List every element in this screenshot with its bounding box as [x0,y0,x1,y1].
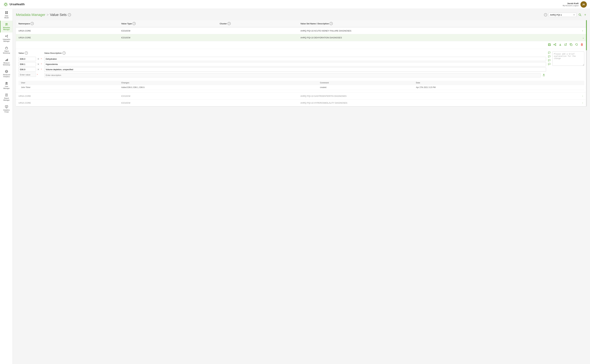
sidebar-item-advanced-analytics[interactable]: AdvancedAnalytics [0,68,13,80]
value-type-help[interactable]: ? [132,22,136,25]
search-button[interactable] [578,13,582,17]
svg-point-31 [579,14,581,15]
cell-chevron[interactable]: › [580,93,587,99]
history-table: User Changes Comment Date [19,81,584,90]
sidebar-label-metadata-manager: MetadataManager [3,27,10,31]
copy-toolbar-btn[interactable] [569,43,573,47]
sidebar-item-report-manager[interactable]: ReportManager [0,91,13,103]
col-value-set-name: Value Set Name / Description ? [298,20,580,27]
sidebar-item-metadata-manager[interactable]: MetadataManager [0,21,13,32]
sidebar: DataModel MetadataManager [0,9,13,364]
cell-chevron[interactable]: › [580,99,587,106]
cell-value-type-expanded: ICD10CM [119,34,217,41]
remove-row-3-btn[interactable]: ✕ [37,68,40,71]
new-value-input[interactable] [19,72,36,77]
cell-chevron-expanded[interactable]: ⌄ [580,34,587,41]
svg-line-39 [555,44,555,44]
sidebar-label-integration-manager: IntegrationManager [3,39,10,42]
svg-point-38 [555,45,556,46]
value-sets-table: Namespace ? Value Type ? [16,20,587,106]
svg-rect-44 [581,44,583,46]
add-button[interactable]: + [583,12,587,18]
object-workshop-icon [5,46,8,50]
value-set-name-help[interactable]: ? [329,22,333,25]
cell-namespace: URSA-CORE [16,93,119,99]
svg-rect-16 [6,60,7,61]
editor-content: Value ? Value Description [19,52,584,79]
desc-input-2[interactable] [44,62,546,66]
comment-icon-3[interactable] [548,59,551,62]
value-input-2[interactable] [19,62,36,66]
page-help-icon[interactable]: ? [68,13,71,16]
sidebar-label-report-manager: ReportManager [3,98,10,101]
table-row-expanded[interactable]: URSA-CORE ICD10CM AHRQ PQI-10 DEHYDRATIO… [16,34,587,41]
action-toolbar [16,41,587,49]
search-help-icon[interactable]: ? [544,13,547,16]
sidebar-item-integration-manager[interactable]: IntegrationManager [0,32,13,44]
desc-input-3[interactable] [44,67,546,72]
sidebar-label-analytics-portal: AnalyticsPortal [3,109,10,113]
sidebar-item-user-manager[interactable]: UserManager [0,80,13,91]
svg-rect-15 [5,60,6,61]
logout-link[interactable]: Logout [573,5,578,6]
svg-point-10 [7,35,8,36]
undo-toolbar-btn[interactable] [574,43,579,47]
remove-row-2-btn[interactable]: ✕ [37,62,40,66]
comment-section: Please add a brief explanation for the c… [548,52,584,79]
comment-icons [548,52,551,66]
upload-btn[interactable] [542,72,546,78]
comment-icon-4[interactable] [548,63,551,66]
sidebar-item-data-model[interactable]: DataModel [0,9,13,21]
desc-input-1[interactable] [44,57,546,61]
export-toolbar-btn[interactable] [563,43,568,47]
history-col-user: User [19,81,119,85]
cell-chevron[interactable]: › [580,27,587,34]
table-row[interactable]: URSA-CORE ICD10CM AHRQ PQI-10 GASTROENTE… [16,93,587,99]
sidebar-item-measure-workshop[interactable]: MeasureWorkshop [0,56,13,68]
value-input-1[interactable] [19,57,36,61]
table-row[interactable]: URSA-CORE ICD10CM AHRQ PQI-10 ACUTE KIDN… [16,27,587,34]
main-content: Metadata Manager > Value Sets ? ? ✕ + [13,9,590,364]
sidebar-item-object-workshop[interactable]: ObjectWorkshop [0,44,13,56]
download-toolbar-btn[interactable] [558,43,563,47]
sidebar-label-advanced-analytics: AdvancedAnalytics [3,74,10,78]
svg-line-32 [580,15,581,16]
value-input-3[interactable] [19,67,36,72]
search-clear-btn[interactable]: ✕ [573,13,575,16]
table-row[interactable]: URSA-CORE ICD10CM AHRQ PQI-10 HYPEROSMOL… [16,99,587,106]
table-header-row: Namespace ? Value Type ? [16,20,587,27]
delete-toolbar-btn[interactable] [579,43,584,47]
expanded-panel-cell: Value ? Value Description [16,41,587,93]
value-help[interactable]: ? [25,52,28,55]
sidebar-label-data-model: DataModel [4,15,9,19]
user-manager-icon [5,81,8,85]
svg-point-9 [5,36,6,37]
save-toolbar-btn[interactable] [547,43,552,47]
desc-help[interactable]: ? [62,52,66,55]
namespace-help[interactable]: ? [31,22,34,25]
link-toolbar-btn[interactable] [552,43,557,47]
value-col-header: Value ? [19,52,42,56]
comment-textarea[interactable]: Please add a brief explanation for the c… [552,52,584,66]
history-user: John Toher [19,85,119,90]
history-col-changes: Changes [119,81,317,85]
metadata-manager-icon [5,23,8,26]
row-collapse-icon: ⌄ [582,36,584,39]
cluster-help[interactable]: ? [228,22,231,25]
svg-rect-14 [5,47,8,49]
col-cluster: Cluster ? [217,20,298,27]
comment-icon-1[interactable] [548,52,551,55]
sidebar-label-measure-workshop: MeasureWorkshop [3,62,10,66]
remove-row-1-btn[interactable]: ✕ [37,57,40,61]
sidebar-item-analytics-portal[interactable]: AnalyticsPortal [0,103,13,115]
comment-icon-2[interactable] [548,55,551,58]
col-namespace: Namespace ? [16,20,119,27]
new-desc-input[interactable] [44,73,541,77]
col-value-type: Value Type ? [119,20,217,27]
my-account-link[interactable]: My Account [563,5,572,6]
history-changes: Added E86.0, E86.1, E86.9. [119,85,317,90]
sidebar-label-object-workshop: ObjectWorkshop [3,50,10,54]
search-input[interactable] [550,14,572,16]
cell-cluster [217,27,298,34]
svg-line-40 [555,45,555,45]
